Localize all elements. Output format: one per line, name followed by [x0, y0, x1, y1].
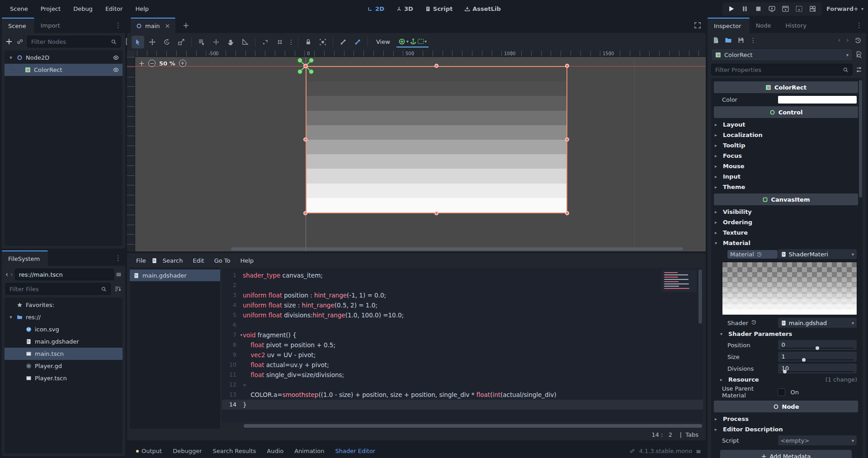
group-texture[interactable]: ▸Texture — [714, 227, 858, 238]
script-picker[interactable]: <empty>▾ — [778, 435, 857, 446]
menu-project[interactable]: Project — [35, 3, 66, 14]
zoom-level[interactable]: 50 % — [159, 60, 175, 67]
code-line[interactable]: 1shader_type canvas_item; — [222, 270, 703, 280]
anchor-mode-icon[interactable] — [410, 38, 417, 45]
inspector-filter-input[interactable] — [715, 66, 840, 73]
add-node-icon[interactable] — [5, 38, 13, 45]
link-icon[interactable] — [629, 448, 635, 454]
bottom-tab-audio[interactable]: Audio — [262, 445, 288, 457]
select-tool-button[interactable] — [132, 36, 144, 48]
range-field[interactable]: 1 — [778, 351, 857, 362]
zoom-in-button[interactable]: + — [179, 60, 186, 67]
resize-handle[interactable] — [565, 211, 569, 215]
switch-2d[interactable]: 2D — [367, 5, 384, 12]
revert-icon[interactable] — [756, 251, 762, 257]
shader-menu-search[interactable]: Search — [158, 255, 188, 266]
color-swatch[interactable] — [778, 95, 857, 104]
group-ordering[interactable]: ▸Ordering — [714, 217, 858, 227]
skeleton-options-button[interactable] — [351, 36, 364, 48]
scene-filter[interactable] — [27, 36, 121, 47]
container-sizing-icon[interactable] — [418, 39, 424, 44]
section-header-control[interactable]: Control — [714, 106, 858, 118]
canvas-horizontal-scrollbar[interactable] — [231, 247, 683, 250]
code-line[interactable]: 11 float single_div=size/divisions; — [222, 370, 703, 380]
code-line[interactable]: 2 — [222, 280, 703, 290]
switch-3d[interactable]: 3D — [396, 5, 413, 12]
tab-inspector[interactable]: Inspector — [708, 18, 750, 33]
hand-tool-button[interactable] — [224, 36, 237, 48]
resource-picker[interactable]: ShaderMateri▾ — [778, 249, 857, 260]
section-header-node[interactable]: Node — [714, 401, 858, 412]
edited-object-select[interactable]: ColorRect ▾ — [711, 48, 853, 61]
slider-grabber[interactable] — [783, 370, 787, 373]
inspector-history-icon[interactable] — [854, 37, 862, 44]
filesystem-filter-input[interactable] — [9, 286, 98, 293]
menu-debug[interactable]: Debug — [68, 3, 98, 14]
code-horizontal-scrollbar[interactable] — [244, 424, 702, 428]
play-button[interactable] — [726, 4, 737, 14]
resource-menu-icon[interactable]: ⋮ — [750, 37, 756, 43]
colorrect-node[interactable] — [306, 66, 567, 213]
file-main-gdshader[interactable]: main.gdshader — [5, 335, 123, 348]
resize-handle[interactable] — [303, 211, 307, 215]
inspector-scrollbar[interactable] — [859, 80, 862, 198]
slider-grabber[interactable] — [816, 346, 819, 350]
resize-handle[interactable] — [434, 211, 439, 215]
group-focus[interactable]: ▸Focus — [714, 151, 858, 161]
group-visibility[interactable]: ▸Visibility — [714, 207, 858, 217]
code-editor[interactable]: 1shader_type canvas_item;23uniform float… — [222, 268, 703, 422]
shader-file-item[interactable]: main.gdshader — [130, 269, 220, 281]
code-line[interactable]: 3uniform float position : hint_range(-1,… — [222, 290, 703, 300]
new-scene-tab-button[interactable]: + — [180, 21, 192, 30]
slider-grabber[interactable] — [802, 358, 806, 362]
checkbox[interactable] — [778, 388, 785, 396]
snapgrid-tool-button[interactable] — [274, 36, 286, 48]
switch-assetlib[interactable]: AssetLib — [464, 5, 501, 12]
file-favorites-[interactable]: Favorites: — [5, 299, 123, 311]
code-line[interactable]: 5uniform float divisions:hint_range(1.0,… — [222, 310, 703, 320]
group-theme[interactable]: ▸Theme — [714, 182, 858, 192]
group-localization[interactable]: ▸Localization — [714, 130, 858, 140]
code-vertical-scrollbar[interactable] — [698, 269, 702, 324]
group-material[interactable]: ▾Material — [714, 238, 858, 248]
resize-handle[interactable] — [434, 64, 439, 68]
tab-history[interactable]: History — [779, 18, 815, 33]
menu-scene[interactable]: Scene — [5, 3, 33, 14]
visibility-eye-icon[interactable] — [113, 55, 119, 61]
group-editor-description[interactable]: ▸Editor Description — [714, 424, 858, 434]
bottom-tab-shader-editor[interactable]: Shader Editor — [331, 445, 380, 457]
add-metadata-button[interactable]: +Add Metadata — [720, 450, 852, 458]
history-back-button[interactable]: ‹ — [5, 271, 8, 278]
file-icon-svg[interactable]: icon.svg — [5, 323, 123, 335]
code-line[interactable]: 10 float actual=uv.y + pivot; — [222, 360, 703, 370]
group-mouse[interactable]: ▸Mouse — [714, 161, 858, 171]
file-res-[interactable]: ▾res:// — [5, 311, 123, 323]
hamburger-menu-icon[interactable]: ≡ — [116, 271, 122, 278]
resize-handle[interactable] — [565, 137, 569, 142]
snap-menu-icon[interactable]: ⋮ — [288, 39, 294, 45]
pause-button[interactable] — [740, 4, 750, 14]
group-shader-parameters[interactable]: ▾Shader Parameters — [714, 329, 858, 339]
play-scene-button[interactable] — [780, 4, 791, 14]
group-process[interactable]: ▸Process — [714, 414, 858, 424]
file-player-tscn[interactable]: Player.tscn — [5, 372, 123, 384]
2d-viewport[interactable]: − 50 % + -500050010001500 — [127, 51, 706, 251]
property-tools-icon[interactable] — [855, 66, 863, 73]
listsel-tool-button[interactable] — [195, 36, 208, 48]
code-line[interactable]: 8 float pivot = position + 0.5; — [222, 340, 703, 350]
code-line[interactable]: 6 — [222, 320, 703, 330]
open-docs-icon[interactable] — [855, 51, 863, 58]
scene-filter-input[interactable] — [31, 38, 108, 45]
group-resource[interactable]: ▸Resource(1 change) — [714, 374, 858, 385]
rulerang-tool-button[interactable] — [239, 36, 251, 48]
bone-tool-button[interactable] — [337, 36, 349, 48]
move-tool-button[interactable] — [146, 36, 159, 48]
menu-help[interactable]: Help — [130, 3, 154, 14]
code-line[interactable]: 14} — [222, 400, 703, 410]
close-tab-icon[interactable]: × — [165, 22, 170, 29]
tab-node[interactable]: Node — [750, 18, 779, 33]
lock-tool-button[interactable] — [302, 36, 315, 48]
bottom-tab-animation[interactable]: Animation — [290, 445, 329, 457]
view-menu[interactable]: View — [372, 37, 395, 47]
range-field[interactable]: 10 — [778, 363, 857, 374]
